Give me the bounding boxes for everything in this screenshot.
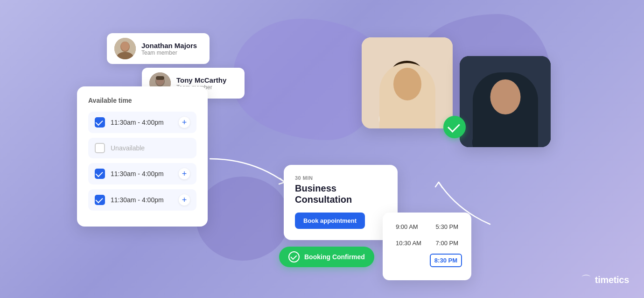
consult-duration: 30 MIN xyxy=(295,175,386,181)
checkbox-4[interactable] xyxy=(95,195,105,205)
svg-rect-21 xyxy=(500,110,510,120)
svg-point-18 xyxy=(381,100,433,128)
time-row-3[interactable]: 11:30am - 4:00pm + xyxy=(88,163,196,184)
slot-830[interactable]: 8:30 PM xyxy=(430,254,462,267)
svg-rect-11 xyxy=(402,89,412,100)
plus-btn-3[interactable]: + xyxy=(179,168,190,179)
svg-point-28 xyxy=(496,128,514,142)
jonathan-info: Jonathan Majors Team member xyxy=(141,42,197,56)
time-text-3: 11:30am - 4:00pm xyxy=(111,170,173,177)
svg-rect-14 xyxy=(392,71,397,90)
time-text-1: 11:30am - 4:00pm xyxy=(111,119,173,126)
time-row-1[interactable]: 11:30am - 4:00pm + xyxy=(88,112,196,133)
tony-name: Tony McCarthy xyxy=(176,76,226,84)
slot-700[interactable]: 7:00 PM xyxy=(432,237,462,249)
svg-rect-15 xyxy=(418,71,422,90)
slot-900[interactable]: 9:00 AM xyxy=(392,221,422,233)
time-text-4: 11:30am - 4:00pm xyxy=(111,196,173,204)
photo-check-badge xyxy=(443,116,466,138)
svg-point-27 xyxy=(475,121,535,147)
woman-photo xyxy=(362,37,453,128)
booking-confirmed-badge: Booking Confirmed xyxy=(279,247,374,267)
slot-1030[interactable]: 10:30 AM xyxy=(392,237,425,249)
svg-rect-8 xyxy=(156,76,164,80)
team-card-jonathan: Jonathan Majors Team member xyxy=(107,33,210,64)
svg-point-26 xyxy=(509,99,512,102)
bg-blob-1 xyxy=(233,19,383,140)
avatar-jonathan xyxy=(114,38,136,59)
svg-point-23 xyxy=(491,81,519,96)
timetics-brand-name: timetics xyxy=(595,275,629,285)
booking-confirmed-label: Booking Confirmed xyxy=(304,253,365,261)
svg-point-3 xyxy=(121,42,129,51)
svg-point-20 xyxy=(472,121,538,147)
available-title: Available time xyxy=(88,97,196,104)
photo-card-woman xyxy=(362,37,453,128)
svg-point-25 xyxy=(497,99,501,102)
time-row-2[interactable]: Unavailable xyxy=(88,138,196,158)
consult-title: Business Consultation xyxy=(295,183,386,205)
timetics-logo-icon: ⌒ xyxy=(581,273,591,287)
man-photo xyxy=(460,56,551,147)
svg-point-12 xyxy=(392,65,422,99)
jonathan-role: Team member xyxy=(141,50,197,56)
plus-btn-1[interactable]: + xyxy=(179,117,190,128)
svg-rect-19 xyxy=(460,56,551,147)
checkbox-1[interactable] xyxy=(95,117,105,128)
svg-rect-24 xyxy=(491,88,519,94)
consultation-card: 30 MIN Business Consultation Book appoin… xyxy=(284,165,398,240)
svg-point-13 xyxy=(392,61,422,81)
svg-point-22 xyxy=(491,86,519,117)
arrow-2 xyxy=(429,173,504,229)
book-appointment-button[interactable]: Book appointment xyxy=(295,213,365,229)
plus-btn-4[interactable]: + xyxy=(179,194,190,206)
svg-point-17 xyxy=(411,79,415,82)
checkbox-2[interactable] xyxy=(95,143,105,153)
photo-card-man xyxy=(460,56,551,147)
timetics-logo: ⌒ timetics xyxy=(581,273,629,287)
svg-rect-9 xyxy=(362,37,453,128)
checkbox-3[interactable] xyxy=(95,169,105,179)
slot-row-2: 10:30 AM 7:00 PM xyxy=(392,237,462,249)
confirm-check-icon xyxy=(288,251,300,263)
svg-point-16 xyxy=(399,79,403,82)
time-text-2: Unavailable xyxy=(111,144,190,152)
jonathan-name: Jonathan Majors xyxy=(141,42,197,50)
slot-row-3: 8:30 PM xyxy=(392,254,462,267)
time-row-4[interactable]: 11:30am - 4:00pm + xyxy=(88,189,196,211)
svg-point-10 xyxy=(379,100,435,128)
available-time-panel: Available time 11:30am - 4:00pm + Unavai… xyxy=(77,86,208,227)
